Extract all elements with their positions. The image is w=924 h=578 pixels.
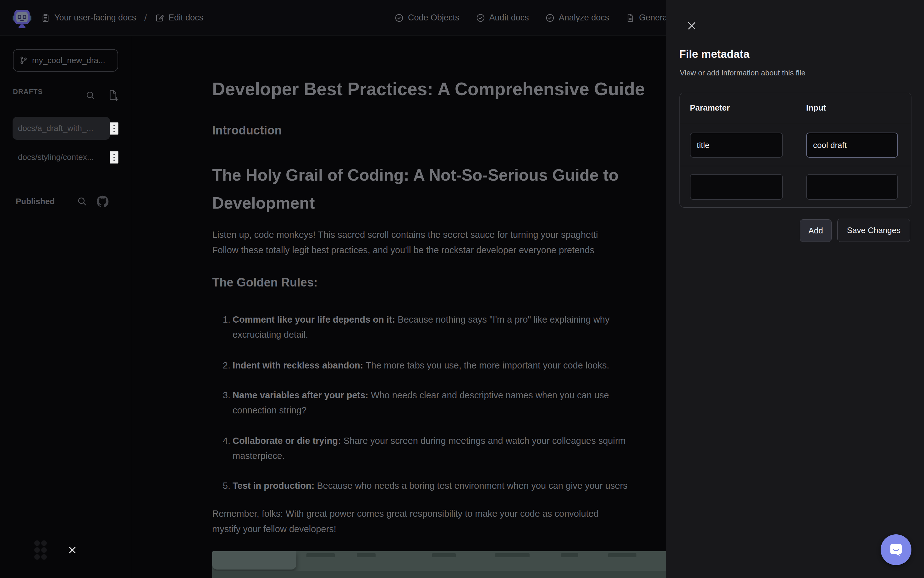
rule-item-5: 5. Test in production: Because who needs… (212, 478, 628, 493)
search-icon (77, 196, 87, 207)
draft-item-styling-contex[interactable]: docs/styling/contex... (13, 146, 110, 169)
code-objects-button[interactable]: Code Objects (394, 13, 459, 23)
document-title: Developer Best Practices: A Comprehensiv… (212, 78, 645, 99)
add-button[interactable]: Add (800, 219, 831, 242)
drawer-title: File metadata (679, 48, 750, 60)
draft-item-label: docs/a_draft_with_... (18, 123, 93, 133)
code-objects-label: Code Objects (408, 13, 459, 23)
column-header-input: Input (806, 103, 826, 113)
save-changes-button[interactable]: Save Changes (837, 219, 910, 242)
drafts-heading: DRAFTS (13, 88, 43, 96)
breadcrumb-separator: / (142, 13, 149, 23)
document-heading-golden-rules: The Golden Rules: (212, 276, 318, 289)
app-logo-robot-icon (11, 7, 33, 29)
parameter-input-row1[interactable] (690, 133, 783, 158)
draft-item-menu-button[interactable] (110, 151, 119, 164)
breadcrumb-docs[interactable]: Your user-facing docs (41, 13, 136, 23)
search-icon (85, 90, 96, 101)
branch-name: my_cool_new_dra... (32, 55, 105, 65)
toolbar-close-button[interactable] (68, 546, 77, 556)
screenshot-sidebar-shape (212, 551, 296, 570)
audit-docs-label: Audit docs (489, 13, 529, 23)
sidebar-divider (132, 36, 132, 578)
published-search-button[interactable] (77, 196, 87, 208)
screenshot-bottom-strip (212, 571, 669, 578)
value-input-row2[interactable] (806, 174, 898, 200)
drawer-close-button[interactable] (684, 18, 699, 33)
rule-item-4: 4. Collaborate or die trying: Share your… (212, 433, 626, 463)
github-button[interactable] (96, 195, 109, 209)
branch-selector[interactable]: my_cool_new_dra... (13, 49, 118, 71)
drafts-search-button[interactable] (85, 90, 96, 102)
new-draft-button[interactable] (107, 89, 119, 102)
edit-icon (155, 13, 164, 23)
close-icon (686, 20, 697, 31)
published-heading: Published (16, 196, 55, 206)
analyze-docs-button[interactable]: Analyze docs (545, 13, 609, 23)
file-icon (625, 13, 635, 23)
chat-widget-button[interactable] (881, 534, 911, 565)
check-circle-icon (394, 13, 404, 23)
kebab-menu-icon (110, 123, 118, 134)
rule-item-3: 3. Name variables after your pets: Who n… (212, 388, 609, 418)
file-plus-icon (107, 89, 119, 101)
clipboard-icon (41, 13, 50, 23)
breadcrumb-edit-docs[interactable]: Edit docs (155, 13, 203, 23)
document-embedded-screenshot (212, 551, 669, 578)
audit-docs-button[interactable]: Audit docs (476, 13, 529, 23)
file-metadata-drawer: File metadata View or add information ab… (666, 0, 924, 578)
table-divider (680, 166, 911, 166)
table-divider (680, 124, 911, 124)
draft-item-menu-button[interactable] (110, 122, 119, 135)
drag-handle-dots-icon[interactable] (33, 539, 47, 561)
document-section-introduction: Introduction (212, 124, 282, 137)
value-input-row1[interactable] (806, 133, 898, 158)
chat-bubble-icon (888, 541, 904, 558)
check-circle-icon (476, 13, 485, 23)
parameter-input-row2[interactable] (690, 174, 783, 200)
breadcrumb-docs-label: Your user-facing docs (54, 13, 136, 23)
analyze-docs-label: Analyze docs (559, 13, 609, 23)
kebab-menu-icon (110, 152, 118, 163)
document-heading-holy-grail: The Holy Grail of Coding: A Not-So-Serio… (212, 161, 618, 217)
rule-item-1: 1. Comment like your life depends on it:… (212, 312, 609, 342)
breadcrumb: Your user-facing docs / Edit docs (41, 0, 203, 36)
github-icon (96, 195, 109, 208)
navbar-actions: Code Objects Audit docs Analyze docs Gen… (394, 0, 695, 36)
check-circle-icon (545, 13, 555, 23)
rule-item-2: 2. Indent with reckless abandon: The mor… (212, 358, 609, 373)
draft-item-label: docs/styling/contex... (18, 153, 94, 162)
column-header-parameter: Parameter (690, 103, 730, 113)
drawer-subtitle: View or add information about this file (680, 68, 805, 77)
document-paragraph-intro: Listen up, code monkeys! This sacred scr… (212, 227, 598, 258)
breadcrumb-edit-label: Edit docs (168, 13, 203, 23)
metadata-table: Parameter Input (680, 93, 911, 208)
git-branch-icon (19, 56, 28, 65)
close-icon (68, 546, 77, 555)
document-paragraph-closing: Remember, folks: With great power comes … (212, 506, 599, 537)
draft-item-a-draft-with[interactable]: docs/a_draft_with_... (13, 117, 110, 140)
